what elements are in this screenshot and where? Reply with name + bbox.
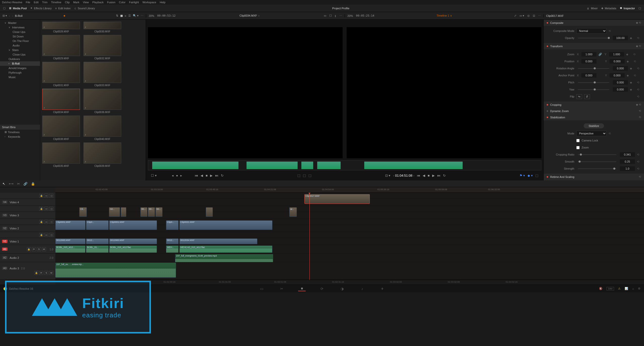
list-view-icon[interactable]: ≡ [125,14,126,17]
media-page-icon[interactable]: ▭ [258,286,265,291]
clip-thumb[interactable]: Clip0038.MXF [42,116,80,140]
mark-out-icon[interactable]: ▸ [180,174,182,177]
insert-icon[interactable]: ⬚ [297,174,300,177]
bin-interviews[interactable]: ∨Interviews [0,25,40,30]
razor-tool-icon[interactable]: ✂ [17,182,20,186]
clip-thumb[interactable]: Clip0029.MXF [42,35,80,60]
play-reverse-icon[interactable]: ◀ [200,174,203,177]
pos-y[interactable]: 0.000 [610,59,625,64]
clip[interactable]: 00... [155,207,163,217]
audio-clip[interactable]: MEHCAD_013_st12.flac [179,245,272,253]
mark-dot-icon[interactable]: ● [176,174,178,177]
menu-item[interactable]: Edit [34,1,38,4]
source-viewer[interactable] [148,27,343,158]
stabilize-button[interactable]: Stabilize [584,123,604,128]
timeline-name[interactable]: Timeline 1 [436,14,449,17]
clip[interactable]: ar... [289,207,297,217]
bin-stars[interactable]: ∨Stars [0,48,40,52]
flip-h-icon[interactable]: ⇋ [576,94,582,99]
src-opt2-icon[interactable]: ☐ [329,14,332,17]
menu-item[interactable]: Fairlight [129,1,139,4]
crop-ratio-value[interactable]: 0.341 [620,152,635,157]
cropping-header[interactable]: Cropping◆ ⟲ [544,102,644,108]
strip-view-icon[interactable]: ☰ [128,14,131,17]
src-options-icon[interactable]: ⋯ [339,14,342,17]
nav-fwd-icon[interactable]: › [12,14,13,17]
marker-icon[interactable]: ◆ ▾ [528,174,533,177]
smartbin-keywords[interactable]: ›Keywords [0,134,40,139]
clip-thumb[interactable]: Clip0040.MXF [84,116,121,140]
clip-thumb[interactable]: Clip0028.MXF [42,22,80,33]
zoom-x[interactable]: 1.000 [581,52,596,57]
timeline-ruler[interactable]: 01:02:43:08 01:03:16:00 01:03:48:16 01:0… [55,187,644,193]
clip[interactable]: 0012034.MXF [179,238,257,244]
edit-index-button[interactable]: ≡Edit Index [55,7,70,10]
link-tool-icon[interactable]: 🔗 [23,182,27,186]
track-tag-v1[interactable]: V1 [2,240,8,243]
src-zoom[interactable]: 20% [149,14,154,17]
menu-item[interactable]: View [83,1,89,4]
clip-thumb[interactable]: Clip0036.MXF [84,89,121,114]
replace-icon[interactable]: ⬚ [308,174,311,177]
src-opt3-icon[interactable]: ⫿ [335,14,336,17]
audio-clip[interactable]: MEH... [166,245,179,253]
clip-thumb[interactable]: Clip0031.MXF [42,62,80,87]
clip[interactable]: 00... [148,207,155,217]
bin-master[interactable]: ∨Master [0,21,40,25]
yaw-value[interactable]: 0.000 [613,87,628,92]
graph-icon[interactable]: 📊 [625,287,628,290]
bin-arnold[interactable]: Arnold Images [0,66,40,70]
clip[interactable]: 0012065.MXF [55,238,86,244]
rec-last-icon[interactable]: ⏭ [437,174,440,177]
menu-item[interactable]: Help [160,1,166,4]
stabilization-header[interactable]: Stabilization⟲ [544,114,644,120]
composite-mode-select[interactable]: Normal [576,28,607,34]
rotation-value[interactable]: 0.000 [613,66,628,71]
smooth-slider[interactable] [578,161,616,162]
inspector-button[interactable]: ✱Inspector [620,7,635,10]
audio-clip[interactable]: 237_full_ev... ...eview.mp... [55,263,176,278]
lock-tool-icon[interactable]: 🔒 [31,182,35,186]
smooth-value[interactable]: 0.25 [620,159,635,164]
pitch-slider[interactable] [578,82,609,83]
audio-clip[interactable]: BOBL_015_st12... [55,245,86,253]
rec-options-icon[interactable]: ⋯ [538,14,541,17]
clip[interactable]: 0012... [166,238,179,244]
camera-lock-checkbox[interactable] [576,139,580,142]
deliver-page-icon[interactable]: ✈ [379,286,386,291]
settings-icon[interactable]: ⚙ [638,287,640,290]
fairlight-page-icon[interactable]: ♪ [358,286,366,291]
anchor-y[interactable]: 0.000 [610,73,625,78]
bin-sitdown[interactable]: Sit Down [0,34,40,39]
bin-dropdown-icon[interactable]: ⊟ ▾ [3,14,7,17]
bin-audio[interactable]: Audio [0,43,40,48]
playhead[interactable] [309,193,310,280]
expand-icon[interactable]: ▢ [3,7,6,10]
pitch-value[interactable]: 0.000 [613,80,628,85]
strength-value[interactable]: 1.0 [620,166,635,171]
play-icon[interactable]: ▶ [210,174,213,177]
clip[interactable] [121,207,126,217]
match-frame-icon[interactable]: ◂ [172,174,174,177]
bin-broll[interactable]: ›B-Roll [0,61,40,66]
split-icon[interactable]: ⬚ [535,174,538,177]
rec-rev-icon[interactable]: ◀ [423,174,425,177]
menu-item[interactable]: Timeline [51,1,61,4]
rec-play-icon[interactable]: ▶ [432,174,435,177]
flip-v-icon[interactable]: ⇵ [584,94,590,99]
rec-loop-icon[interactable]: ↻ [443,174,446,177]
rec-opt2-icon[interactable]: ▭ ▾ [519,14,524,17]
anchor-x[interactable]: 0.000 [581,73,596,78]
bin-onfloor[interactable]: On The Floor [0,39,40,43]
link-icon[interactable]: 🔗 [598,53,602,56]
rec-stop-icon[interactable]: ■ [428,174,430,177]
lens-header[interactable]: Lens Correction◆ ⟲ [544,180,644,180]
crop-ratio-slider[interactable] [578,154,616,155]
track-tag-v4[interactable]: V4 [2,201,8,204]
sort-icon[interactable]: ⇅ [116,14,118,17]
first-frame-icon[interactable]: ⏮ [195,174,198,177]
audio-clip[interactable]: BOBL_015_st12.flac [109,245,157,253]
mixer-button[interactable]: ⫼Mixer [587,7,598,10]
track-tag-v3[interactable]: V3 [2,214,8,217]
rotation-slider[interactable] [578,68,609,69]
